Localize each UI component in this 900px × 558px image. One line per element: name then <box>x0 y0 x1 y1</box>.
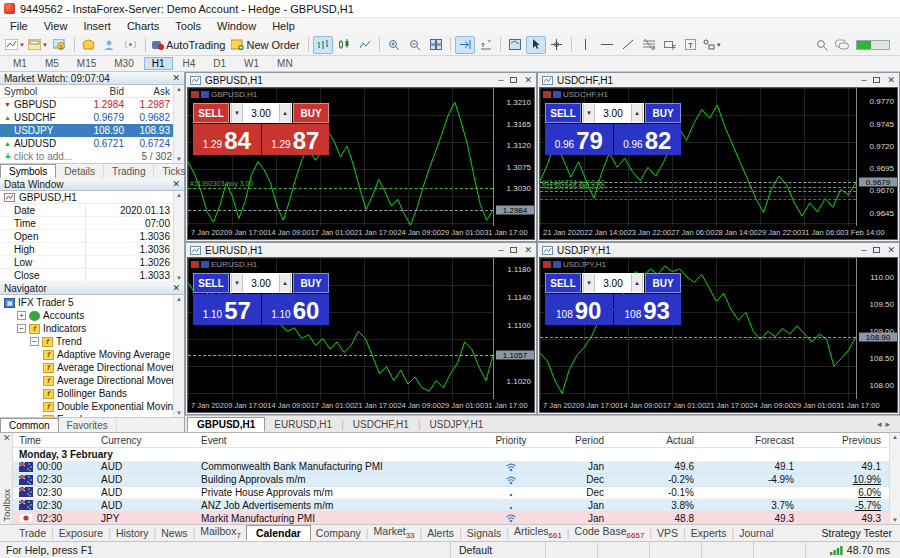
one-click-icon[interactable] <box>543 91 551 98</box>
toolbox-tab-experts[interactable]: Experts <box>686 527 732 539</box>
timeframe-w1[interactable]: W1 <box>236 57 267 70</box>
bar-chart-button[interactable] <box>313 36 333 54</box>
lot-size-value[interactable]: 3.00 <box>595 104 631 122</box>
close-icon[interactable]: ✕ <box>524 245 532 255</box>
calendar-column-forecast[interactable]: Forecast <box>694 435 794 446</box>
event-previous[interactable]: -5.7% <box>794 500 889 511</box>
buy-button[interactable]: BUY <box>293 273 329 293</box>
market-watch-tab-details[interactable]: Details <box>56 164 104 178</box>
calendar-event-row[interactable]: 00:00AUDCommonwealth Bank Manufacturing … <box>13 461 889 474</box>
calendar-event-row[interactable]: 02:30AUDANZ Job Advertisements m/mJan3.8… <box>13 499 889 512</box>
lot-decrease-icon[interactable]: ▼ <box>583 104 595 122</box>
accounts-button[interactable]: $ <box>50 36 70 54</box>
navigator-scrollbar[interactable]: ▲▼ <box>173 295 184 417</box>
deposit-button[interactable] <box>79 36 99 54</box>
toolbox-tab-vps[interactable]: VPS <box>652 527 683 539</box>
maximize-icon[interactable] <box>510 77 517 83</box>
chart-shift-button[interactable] <box>476 36 496 54</box>
navigator-item[interactable]: ▦IFX Trader 5 <box>0 296 184 309</box>
column-header-ask[interactable]: Ask <box>124 86 172 97</box>
navigator-item[interactable]: fDouble Exponential Moving Av <box>0 400 184 413</box>
toolbox-tab-news[interactable]: News <box>156 527 192 539</box>
strategy-tester-label[interactable]: Strategy Tester <box>822 527 900 539</box>
calendar-column-period[interactable]: Period <box>546 435 604 446</box>
maximize-icon[interactable] <box>873 247 880 253</box>
crosshair-button[interactable] <box>547 36 567 54</box>
status-profile[interactable]: Default <box>450 542 545 558</box>
lot-size-value[interactable]: 3.00 <box>243 274 279 292</box>
one-click-icon[interactable] <box>543 261 551 268</box>
status-latency[interactable]: 48.70 ms <box>805 542 900 558</box>
one-click-icon[interactable] <box>191 261 199 268</box>
vertical-line-button[interactable] <box>576 36 596 54</box>
chart-tab-eurusdh1[interactable]: EURUSD,H1 <box>265 418 341 431</box>
profiles-button[interactable]: ▼ <box>27 36 49 54</box>
timeframe-m5[interactable]: M5 <box>37 57 67 70</box>
close-icon[interactable]: ✕ <box>887 75 895 85</box>
calendar-scrollbar[interactable]: ▲▼ <box>889 433 900 524</box>
navigator-item[interactable]: +Accounts <box>0 309 184 322</box>
market-watch-add-row[interactable]: + click to add... 5 / 302 <box>0 150 184 163</box>
data-window-scrollbar[interactable]: ▲▼ <box>173 191 184 282</box>
close-icon[interactable]: ✕ <box>3 433 11 443</box>
market-watch-row[interactable]: ▲USDCHF0.96790.9682 <box>0 111 184 124</box>
data-window-symbol-row[interactable]: GBPUSD,H1 <box>0 191 184 204</box>
market-watch-titlebar[interactable]: Market Watch: 09:07:04 ✕ <box>0 72 184 85</box>
toolbox-tab-alerts[interactable]: Alerts <box>422 527 459 539</box>
toolbox-tab-history[interactable]: History <box>111 527 154 539</box>
timeframe-m15[interactable]: M15 <box>69 57 104 70</box>
buy-price[interactable]: 0.9682 <box>614 124 682 155</box>
timeframe-m30[interactable]: M30 <box>106 57 141 70</box>
buy-price[interactable]: 1.1060 <box>262 294 330 325</box>
autotrading-button[interactable]: AutoTrading <box>150 36 230 54</box>
minimize-icon[interactable]: – <box>498 75 503 85</box>
calendar-event-row[interactable]: 02:30AUDPrivate House Approvals m/mDec-0… <box>13 487 889 500</box>
menu-item-window[interactable]: Window <box>209 20 264 32</box>
navigator-titlebar[interactable]: Navigator ✕ <box>0 282 184 295</box>
candlestick-button[interactable] <box>334 36 354 54</box>
timeframe-h4[interactable]: H4 <box>175 57 204 70</box>
chart-window-titlebar[interactable]: GBPUSD,H1–✕ <box>186 73 536 87</box>
toolbox-tab-journal[interactable]: Journal <box>734 527 778 539</box>
new-order-button[interactable]: New Order <box>230 36 303 54</box>
lot-increase-icon[interactable]: ▲ <box>279 104 291 122</box>
navigator-item[interactable]: fEnvelopes <box>0 413 184 417</box>
lot-increase-icon[interactable]: ▲ <box>631 274 643 292</box>
market-watch-row[interactable]: ▲USDJPY108.90108.93 <box>0 124 184 137</box>
close-icon[interactable]: ✕ <box>887 245 895 255</box>
toolbox-tab-code-base[interactable]: Code Base6657 <box>570 525 650 540</box>
buy-button[interactable]: BUY <box>293 103 329 123</box>
new-chart-button[interactable]: ▼ <box>4 36 26 54</box>
toolbox-tab-signals[interactable]: Signals <box>462 527 506 539</box>
lot-size-value[interactable]: 3.00 <box>243 104 279 122</box>
calendar-column-priority[interactable]: Priority <box>476 435 546 446</box>
chart-tab-usdchfh1[interactable]: USDCHF,H1 <box>344 418 418 431</box>
shapes-button[interactable]: ▼ <box>702 36 723 54</box>
scroll-down-icon[interactable]: ▼ <box>176 275 182 281</box>
scroll-down-icon[interactable]: ▼ <box>892 517 898 523</box>
tab-scroll-right-icon[interactable]: ▸ <box>885 419 894 429</box>
sell-button[interactable]: SELL <box>193 103 229 123</box>
scroll-up-icon[interactable]: ▲ <box>176 192 182 198</box>
column-header-symbol[interactable]: Symbol <box>0 86 72 97</box>
sell-price[interactable]: 1.2984 <box>193 124 261 155</box>
menu-item-charts[interactable]: Charts <box>119 20 167 32</box>
toolbox-tab-articles[interactable]: Articles661 <box>509 525 567 540</box>
market-watch-tab-trading[interactable]: Trading <box>104 164 155 178</box>
sell-button[interactable]: SELL <box>193 273 229 293</box>
sell-price[interactable]: 1.1057 <box>193 294 261 325</box>
scroll-up-icon[interactable]: ▲ <box>176 296 182 302</box>
lot-size-value[interactable]: 3.00 <box>595 274 631 292</box>
calendar-column-currency[interactable]: Currency <box>101 435 201 446</box>
close-icon[interactable]: ✕ <box>172 179 180 189</box>
chat-icon[interactable] <box>835 39 849 51</box>
navigator-item[interactable]: fAdaptive Moving Average <box>0 348 184 361</box>
chart-tab-gbpusdh1[interactable]: GBPUSD,H1 <box>187 417 265 432</box>
collapse-icon[interactable]: − <box>17 324 26 333</box>
sell-button[interactable]: SELL <box>545 273 581 293</box>
calendar-header[interactable]: TimeCurrencyEventPriorityPeriodActualFor… <box>13 433 889 448</box>
chart-window-titlebar[interactable]: EURUSD,H1–✕ <box>186 243 536 257</box>
sell-price[interactable]: 0.9679 <box>545 124 613 155</box>
calendar-event-row[interactable]: 02:30AUDBuilding Approvals m/mDec-0.2%-4… <box>13 474 889 487</box>
objects-button[interactable]: F <box>660 36 680 54</box>
